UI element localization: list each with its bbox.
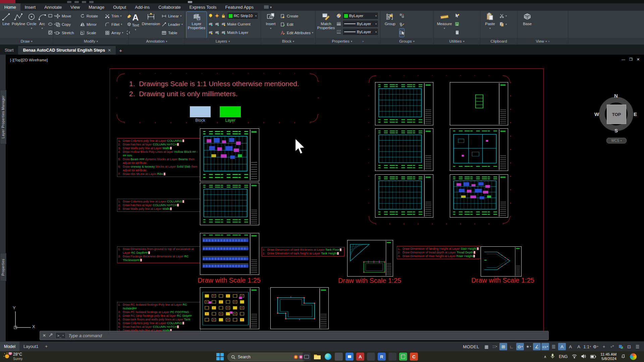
start-button[interactable]	[216, 353, 224, 360]
text-button[interactable]: AText▾	[130, 12, 141, 38]
array-button[interactable]: Array▾	[105, 28, 125, 37]
new-layout-button[interactable]: +	[43, 344, 50, 349]
minimize-icon[interactable]: —	[622, 57, 625, 62]
app-icon-3[interactable]	[388, 353, 396, 361]
clean-screen-icon[interactable]: ⊡	[625, 343, 633, 350]
weather-widget[interactable]: 1 28°C Sunny	[3, 352, 22, 362]
make-current-button[interactable]: Make Current	[208, 20, 258, 28]
paste-button[interactable]: Paste▾	[482, 12, 498, 38]
lineweight-dropdown[interactable]: ByLayer▾	[342, 20, 378, 27]
edge-browser-icon[interactable]	[324, 353, 332, 361]
dimension-button[interactable]: Dimension	[142, 12, 160, 38]
menu-tab-insert[interactable]: Insert	[20, 3, 40, 11]
grid-toggle-icon[interactable]: ▦	[483, 343, 490, 350]
scale-button[interactable]: Scale	[80, 28, 105, 37]
language-indicator[interactable]: ENG	[559, 354, 568, 359]
menu-tab-express-tools[interactable]: Express Tools	[185, 3, 221, 11]
linetype-dropdown[interactable]: ByLayer▾	[342, 28, 378, 36]
copilot-icon[interactable]	[630, 353, 637, 360]
layer-properties-button[interactable]: Layer Properties	[186, 12, 207, 38]
stretch-button[interactable]: Stretch	[55, 28, 80, 37]
viewcube-top-face[interactable]: TOP	[607, 105, 626, 124]
viewcube-east[interactable]: E	[634, 111, 637, 117]
units-icon[interactable]: ▫°	[608, 343, 616, 350]
tray-chevron-icon[interactable]: ∧	[544, 355, 546, 359]
microphone-icon[interactable]	[551, 354, 554, 360]
move-button[interactable]: Move	[55, 12, 80, 20]
menu-tab-annotate[interactable]: Annotate	[40, 3, 66, 11]
new-tab-button[interactable]: +	[119, 48, 122, 53]
speaker-icon[interactable]	[581, 354, 586, 360]
layer-properties-manager-palette-tab[interactable]: Layer Properties Manager	[0, 90, 6, 144]
mirror-button[interactable]: Mirror	[80, 20, 105, 28]
leader-button[interactable]: Leader▾	[161, 20, 183, 28]
base-button[interactable]: Base	[519, 12, 535, 38]
quick-access-icon[interactable]	[82, 1, 86, 3]
viewcube-west[interactable]: W	[594, 111, 599, 117]
table-button[interactable]: Table	[161, 28, 183, 37]
match-layer-button[interactable]: Match Layer	[208, 28, 258, 37]
layer-thaw-icon[interactable]	[214, 13, 219, 18]
fillet-button[interactable]: Fillet▾	[105, 20, 125, 28]
quick-access-icon[interactable]	[74, 1, 79, 3]
menu-tab-output[interactable]: Output	[109, 3, 130, 11]
rotate-button[interactable]: Rotate	[80, 12, 105, 20]
linear-button[interactable]: Linear▾	[161, 12, 183, 20]
revit-icon[interactable]: R	[378, 353, 386, 361]
command-prompt-chip[interactable]: >_▾	[55, 332, 66, 339]
insert-button[interactable]: Insert▾	[263, 12, 279, 38]
clock[interactable]: 11:45 AM5/8/2024	[600, 352, 616, 361]
group-button[interactable]: Group	[382, 12, 398, 38]
circle-button[interactable]: Circle▾	[26, 12, 36, 38]
layer-dropdown[interactable]: RC Strip10▾	[227, 12, 258, 19]
block-panel-label[interactable]: Block▾	[261, 38, 315, 45]
app-icon[interactable]	[335, 353, 343, 361]
graphics-performance-icon[interactable]	[617, 343, 625, 350]
properties-panel-label[interactable]: Properties▾»	[316, 38, 380, 45]
command-customize-icon[interactable]	[49, 333, 53, 339]
groups-panel-label[interactable]: Groups▾	[380, 38, 433, 45]
restore-icon[interactable]: ❐	[629, 57, 633, 62]
annotation-scale-icon[interactable]: A	[575, 343, 583, 350]
view-panel-label[interactable]: View▾»	[518, 38, 568, 45]
wifi-icon[interactable]	[572, 354, 577, 360]
lineweight-toggle-icon[interactable]: ☰	[550, 343, 557, 350]
spreadsheet-app-icon[interactable]	[399, 353, 407, 361]
notification-bell-icon[interactable]: z	[621, 354, 626, 360]
command-close-icon[interactable]: ✕	[43, 333, 46, 338]
file-tab-drawing[interactable]: Benaa AutoCAD Structural English Steps✕	[18, 46, 116, 55]
modify-panel-label[interactable]: Modify▾	[53, 38, 128, 45]
viewcube[interactable]: N W E S TOP	[596, 94, 636, 134]
menu-tab-featured-apps[interactable]: Featured Apps	[221, 3, 258, 11]
presentation-app-icon[interactable]: C	[410, 353, 418, 361]
menu-tab-manage[interactable]: Manage	[84, 3, 109, 11]
clipboard-panel-label[interactable]: Clipboard	[480, 38, 517, 45]
angle-snap-icon[interactable]: ∠	[533, 343, 541, 350]
object-color-dropdown[interactable]: ByLayer▾	[342, 12, 378, 19]
measure-button[interactable]: Measure▾	[435, 12, 453, 38]
viewcube-north[interactable]: N	[614, 93, 618, 99]
polyline-button[interactable]: Polyline	[12, 12, 25, 38]
wcs-dropdown[interactable]: WCS▾	[606, 138, 627, 143]
search-box[interactable]: Search	[227, 353, 307, 361]
edit-attributes-button[interactable]: Edit Attributes▾	[280, 28, 313, 37]
file-explorer-icon[interactable]	[313, 353, 321, 361]
close-tab-icon[interactable]: ✕	[108, 48, 111, 53]
viewcube-south[interactable]: S	[614, 128, 618, 133]
autoscale-icon[interactable]: A	[567, 343, 574, 350]
command-input[interactable]: Type a command	[68, 333, 102, 338]
model-tab[interactable]: Model	[0, 342, 19, 352]
app-icon-2[interactable]	[367, 353, 375, 361]
workspace-switching-icon[interactable]: ⚙▾	[592, 343, 599, 350]
annotation-visibility-icon[interactable]: A	[558, 343, 566, 350]
model-space-indicator[interactable]: MODEL	[463, 344, 479, 349]
close-icon[interactable]: ✕	[637, 57, 640, 62]
scale-value[interactable]: 1:1▾	[583, 343, 591, 350]
quick-access-icon[interactable]	[188, 1, 192, 3]
battery-icon[interactable]	[590, 354, 596, 360]
dynamic-input-icon[interactable]: ⊞	[499, 343, 507, 350]
edit-block-button[interactable]: Edit	[280, 20, 313, 28]
menu-tab-collaborate[interactable]: Collaborate	[154, 3, 185, 11]
ribbon-overflow-icon[interactable]: ▾	[264, 3, 272, 11]
group-select-toggle[interactable]	[399, 28, 404, 37]
